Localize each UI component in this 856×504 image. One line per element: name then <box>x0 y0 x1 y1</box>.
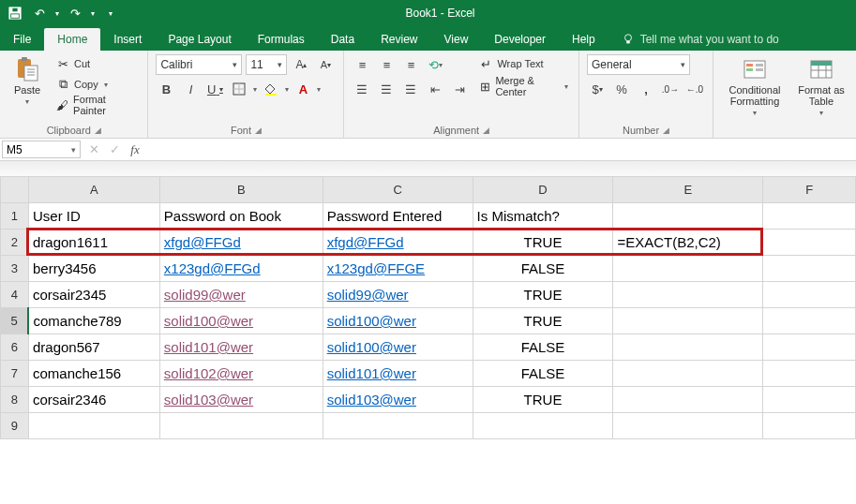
cell[interactable] <box>763 230 856 256</box>
cell[interactable]: solid100@wer <box>323 334 473 361</box>
cell[interactable]: FALSE <box>473 256 613 282</box>
cut-button[interactable]: ✂Cut <box>53 54 140 73</box>
hyperlink[interactable]: solid102@wer <box>164 365 253 381</box>
hyperlink[interactable]: solid103@wer <box>164 392 253 408</box>
tab-insert[interactable]: Insert <box>100 28 155 51</box>
cell[interactable] <box>763 334 856 361</box>
cell[interactable] <box>763 308 856 334</box>
increase-font-button[interactable]: A▴ <box>291 54 311 75</box>
col-header-D[interactable]: D <box>473 177 613 203</box>
cell[interactable]: x123gd@FFGd <box>159 256 323 282</box>
cell[interactable] <box>763 256 856 282</box>
name-box[interactable]: M5 ▾ <box>2 141 81 158</box>
hyperlink[interactable]: xfgd@FFGd <box>164 234 241 250</box>
cell[interactable] <box>613 387 763 413</box>
cell[interactable] <box>613 203 763 230</box>
row-header[interactable]: 6 <box>1 334 29 361</box>
align-right-button[interactable]: ☰ <box>400 79 421 99</box>
cell[interactable]: TRUE <box>473 230 613 256</box>
align-top-button[interactable]: ≡ <box>352 54 372 75</box>
cell[interactable] <box>763 413 856 439</box>
fill-color-button[interactable] <box>261 79 281 99</box>
cell[interactable]: dragon1611 <box>28 230 159 256</box>
cell[interactable]: corsair2345 <box>28 282 159 308</box>
cell[interactable]: User ID <box>28 203 159 230</box>
cell[interactable] <box>613 282 763 308</box>
hyperlink[interactable]: solid103@wer <box>327 392 416 408</box>
number-launcher[interactable]: ◢ <box>663 126 669 135</box>
col-header-F[interactable]: F <box>763 177 856 203</box>
hyperlink[interactable]: solid99@wer <box>327 287 409 303</box>
cell[interactable]: dragon567 <box>28 334 159 361</box>
col-header-B[interactable]: B <box>159 177 323 203</box>
cell[interactable] <box>323 413 473 439</box>
cell[interactable]: comanche789 <box>28 308 159 334</box>
tab-review[interactable]: Review <box>368 28 430 51</box>
tab-help[interactable]: Help <box>559 28 608 51</box>
cell[interactable]: comanche156 <box>28 361 159 387</box>
increase-decimal-button[interactable]: .0→ <box>660 79 681 99</box>
row-header[interactable]: 2 <box>1 230 29 256</box>
cell[interactable] <box>763 361 856 387</box>
tab-home[interactable]: Home <box>44 28 100 51</box>
merge-center-button[interactable]: ⊞Merge & Center▾ <box>475 77 571 96</box>
cell[interactable] <box>473 413 613 439</box>
row-header[interactable]: 1 <box>1 203 29 230</box>
cell[interactable] <box>159 413 323 439</box>
select-all-corner[interactable] <box>1 177 29 203</box>
tell-me[interactable]: Tell me what you want to do <box>608 33 792 51</box>
cell[interactable] <box>763 282 856 308</box>
cell[interactable]: solid102@wer <box>159 361 323 387</box>
col-header-C[interactable]: C <box>323 177 473 203</box>
paste-button[interactable]: Paste ▾ <box>8 54 47 108</box>
cell[interactable]: solid101@wer <box>323 361 473 387</box>
tab-formulas[interactable]: Formulas <box>245 28 318 51</box>
cell[interactable]: solid103@wer <box>159 387 323 413</box>
cell[interactable]: TRUE <box>473 387 613 413</box>
undo-dropdown[interactable]: ▾ <box>53 2 62 24</box>
accounting-format-button[interactable]: $▾ <box>587 79 608 99</box>
copy-button[interactable]: ⧉Copy▾ <box>53 75 140 94</box>
hyperlink[interactable]: x123gd@FFGd <box>164 260 261 276</box>
hyperlink[interactable]: solid101@wer <box>327 365 416 381</box>
cell[interactable]: Is Mismatch? <box>473 203 613 230</box>
wrap-text-button[interactable]: ↵Wrap Text <box>475 54 571 73</box>
comma-format-button[interactable]: , <box>636 79 656 99</box>
cell[interactable] <box>28 413 159 439</box>
cancel-formula-button[interactable]: ✕ <box>84 141 103 159</box>
cell[interactable] <box>613 361 763 387</box>
orientation-button[interactable]: ⟲▾ <box>425 54 445 75</box>
hyperlink[interactable]: solid100@wer <box>327 313 416 329</box>
cell[interactable]: solid101@wer <box>159 334 323 361</box>
conditional-formatting-button[interactable]: Conditional Formatting ▾ <box>721 54 788 119</box>
cell[interactable]: corsair2346 <box>28 387 159 413</box>
percent-format-button[interactable]: % <box>611 79 632 99</box>
tab-file[interactable]: File <box>0 28 44 51</box>
cell[interactable] <box>763 203 856 230</box>
cell[interactable]: solid100@wer <box>159 308 323 334</box>
row-header[interactable]: 3 <box>1 256 29 282</box>
clipboard-launcher[interactable]: ◢ <box>95 126 101 135</box>
hyperlink[interactable]: solid99@wer <box>164 287 246 303</box>
insert-function-button[interactable]: fx <box>126 141 144 159</box>
format-as-table-button[interactable]: Format as Table ▾ <box>794 54 848 119</box>
col-header-E[interactable]: E <box>613 177 763 203</box>
redo-dropdown[interactable]: ▾ <box>88 2 98 24</box>
tab-view[interactable]: View <box>431 28 482 51</box>
tab-developer[interactable]: Developer <box>481 28 559 51</box>
row-header[interactable]: 5 <box>1 308 29 334</box>
font-launcher[interactable]: ◢ <box>255 126 262 135</box>
italic-button[interactable]: I <box>180 79 201 99</box>
row-header[interactable]: 7 <box>1 361 29 387</box>
cell[interactable]: Password on Book <box>159 203 323 230</box>
save-button[interactable] <box>4 2 26 24</box>
row-header[interactable]: 4 <box>1 282 29 308</box>
tab-page-layout[interactable]: Page Layout <box>155 28 244 51</box>
cell[interactable]: TRUE <box>473 282 613 308</box>
row-header[interactable]: 9 <box>1 413 29 439</box>
cell[interactable]: FALSE <box>473 361 613 387</box>
cell[interactable] <box>613 334 763 361</box>
cell[interactable] <box>763 387 856 413</box>
cell[interactable]: FALSE <box>473 334 613 361</box>
cell[interactable]: xfgd@FFGd <box>159 230 323 256</box>
